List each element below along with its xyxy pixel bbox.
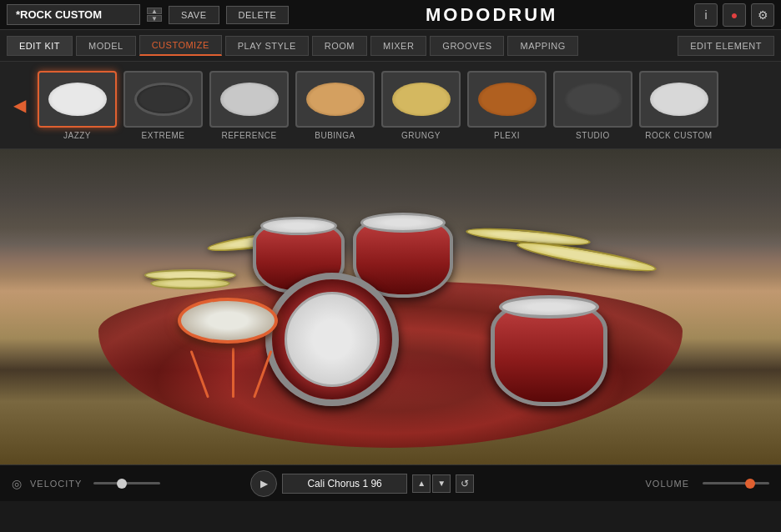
kit-thumb-jazzy — [38, 71, 117, 128]
kit-item-rock-custom[interactable]: ROCK CUSTOM — [639, 71, 718, 140]
nav-edit-kit[interactable]: EDIT KIT — [7, 36, 73, 56]
kit-item-extreme[interactable]: EXTREME — [123, 71, 203, 140]
nav-model[interactable]: MODEL — [76, 36, 136, 56]
kit-prev-button[interactable]: ◀ — [10, 95, 29, 115]
preset-down-button[interactable]: ▼ — [147, 15, 162, 22]
snare-reference-visual — [220, 83, 279, 116]
kit-thumb-studio — [553, 71, 632, 128]
nav-grooves[interactable]: GROOVES — [430, 36, 504, 56]
nav-mapping[interactable]: MAPPING — [507, 36, 577, 56]
snare-jazzy-visual — [48, 83, 107, 116]
kit-item-grungy[interactable]: GRUNGY — [381, 71, 461, 140]
kit-thumb-grungy — [381, 71, 461, 128]
velocity-slider-container — [93, 482, 160, 484]
edit-element-button[interactable]: EDIT ELEMENT — [678, 36, 774, 56]
kit-label-jazzy: JAZZY — [63, 131, 91, 140]
kit-item-studio[interactable]: STUDIO — [553, 71, 632, 140]
nav-bar: EDIT KIT MODEL CUSTOMIZE PLAY STYLE ROOM… — [0, 30, 781, 62]
velocity-slider[interactable] — [93, 482, 160, 484]
volume-slider-container — [703, 482, 769, 484]
kit-item-jazzy[interactable]: JAZZY — [38, 71, 117, 140]
kit-label-studio: STUDIO — [576, 131, 610, 140]
kit-label-grungy: GRUNGY — [401, 131, 441, 140]
groove-up-button[interactable]: ▲ — [412, 474, 431, 493]
kit-thumb-reference — [209, 71, 289, 128]
kit-label-bubinga: BUBINGA — [315, 131, 355, 140]
kit-thumb-plexi — [467, 71, 547, 128]
kit-thumb-extreme — [123, 71, 203, 128]
settings-button[interactable]: ⚙ — [751, 3, 774, 27]
kit-label-plexi: PLEXI — [494, 131, 520, 140]
top-bar: *ROCK CUSTOM ▲ ▼ SAVE DELETE MODODRUM i … — [0, 0, 781, 30]
kit-selector: ◀ JAZZY EXTREME REFERENCE BUBINGA — [0, 62, 781, 149]
app-title: MODODRUM — [295, 4, 688, 26]
groove-navigation: ▲ ▼ — [412, 474, 451, 493]
preset-up-button[interactable]: ▲ — [147, 8, 162, 14]
kit-thumb-bubinga — [295, 71, 375, 128]
kit-item-plexi[interactable]: PLEXI — [467, 71, 547, 140]
snare-rockcustom-visual — [650, 83, 708, 116]
kit-label-reference: REFERENCE — [221, 131, 276, 140]
bass-drum[interactable] — [265, 273, 399, 406]
snare-stand — [199, 339, 265, 398]
velocity-icon: ◎ — [12, 477, 22, 490]
preset-name: *ROCK CUSTOM — [7, 4, 140, 25]
record-button[interactable]: ● — [723, 3, 746, 27]
app-title-drum: DRUM — [492, 4, 557, 25]
info-button[interactable]: i — [694, 3, 718, 27]
snare-drum[interactable] — [178, 298, 278, 344]
nav-room[interactable]: ROOM — [312, 36, 367, 56]
play-button[interactable]: ▶ — [250, 470, 277, 497]
drum-kit — [98, 156, 683, 456]
save-button[interactable]: SAVE — [169, 6, 219, 24]
groove-down-button[interactable]: ▼ — [432, 474, 451, 493]
drum-scene — [0, 149, 781, 464]
kit-label-extreme: EXTREME — [142, 131, 185, 140]
bottom-bar: ◎ VELOCITY ▶ Cali Chorus 1 96 ▲ ▼ ↺ VOLU… — [0, 464, 781, 501]
velocity-label: VELOCITY — [30, 479, 82, 489]
snare-extreme-visual — [134, 83, 193, 116]
snare-plexi-visual — [478, 83, 537, 116]
nav-play-style[interactable]: PLAY STYLE — [225, 36, 309, 56]
preset-arrows: ▲ ▼ — [147, 8, 162, 22]
floor-tom[interactable] — [491, 298, 607, 406]
volume-label: VOLUME — [646, 479, 689, 489]
volume-slider[interactable] — [703, 482, 769, 484]
nav-mixer[interactable]: MIXER — [370, 36, 426, 56]
delete-button[interactable]: DELETE — [226, 6, 290, 24]
transport-controls: ▶ Cali Chorus 1 96 ▲ ▼ ↺ — [250, 470, 474, 497]
kit-items: JAZZY EXTREME REFERENCE BUBINGA GRUNGY — [38, 71, 771, 140]
stand-leg-2 — [232, 348, 234, 398]
stand-leg-3 — [253, 350, 272, 398]
snare-studio-visual — [564, 83, 622, 116]
nav-customize[interactable]: CUSTOMIZE — [139, 35, 222, 56]
kit-thumb-rock-custom — [639, 71, 718, 128]
groove-name-display: Cali Chorus 1 96 — [282, 474, 407, 494]
kit-label-rock-custom: ROCK CUSTOM — [645, 131, 712, 140]
main-stage — [0, 149, 781, 464]
kit-item-reference[interactable]: REFERENCE — [209, 71, 289, 140]
kit-item-bubinga[interactable]: BUBINGA — [295, 71, 375, 140]
top-icon-buttons: i ● ⚙ — [694, 3, 774, 27]
snare-bubinga-visual — [306, 83, 365, 116]
hihat-cymbal[interactable] — [144, 269, 236, 281]
stand-leg-1 — [190, 350, 209, 398]
app-title-modo: MODO — [426, 4, 492, 25]
groove-refresh-button[interactable]: ↺ — [456, 474, 474, 493]
snare-grungy-visual — [392, 83, 451, 116]
